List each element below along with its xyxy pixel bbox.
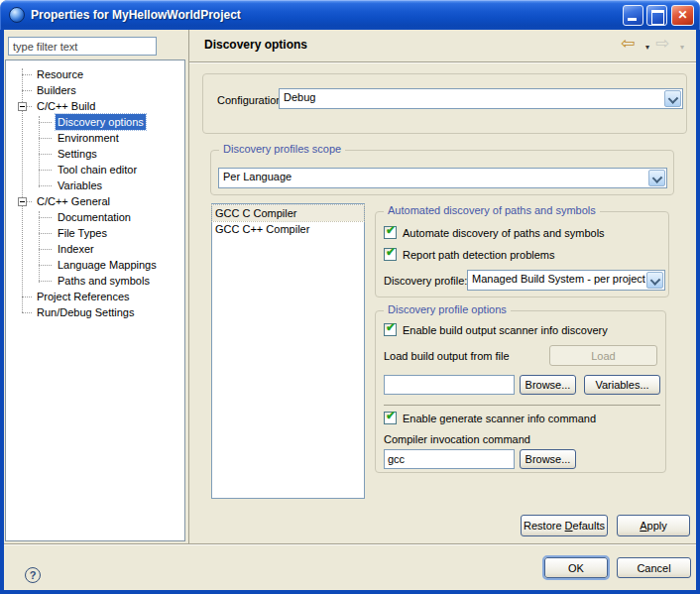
checkbox[interactable]: ✔ (384, 412, 397, 424)
window-frame-bottom (0, 590, 700, 594)
chevron-down-icon[interactable] (664, 90, 681, 107)
close-button[interactable]: ✕ (671, 5, 694, 26)
header-divider (189, 61, 696, 62)
browse-file-button[interactable]: Browse... (520, 375, 576, 395)
panel-divider (188, 30, 189, 543)
checkmark-icon: ✔ (386, 223, 396, 237)
load-button[interactable]: Load (549, 345, 657, 366)
close-icon: ✕ (677, 8, 687, 22)
tree-item-settings[interactable]: Settings (6, 146, 184, 162)
automated-discovery-group-title: Automated discovery of paths and symbols (384, 204, 600, 216)
minimize-button[interactable] (623, 5, 643, 26)
window-frame-left (0, 30, 4, 594)
collapse-icon[interactable] (18, 102, 27, 111)
forward-icon: ⇨ (655, 35, 669, 52)
checkbox[interactable]: ✔ (384, 248, 397, 261)
enable-build-output-checkbox[interactable]: ✔ Enable build output scanner info disco… (384, 323, 608, 336)
window-frame-right (696, 30, 700, 594)
tree-item-documentation[interactable]: Documentation (6, 209, 184, 225)
enable-generate-checkbox[interactable]: ✔ Enable generate scanner info command (384, 412, 596, 424)
discovery-profile-select[interactable]: Managed Build System - per project (467, 270, 665, 291)
properties-tree[interactable]: Resource Builders C/C++ Build Discovery … (5, 59, 185, 541)
tree-item-builders[interactable]: Builders (6, 82, 184, 98)
tree-item-indexer[interactable]: Indexer (6, 241, 184, 257)
checkmark-icon: ✔ (386, 320, 396, 334)
configuration-group: Configuration: Debug (202, 73, 687, 134)
footer-divider (4, 543, 696, 544)
invocation-command-input[interactable] (384, 449, 515, 469)
tree-item-project-references[interactable]: Project References (6, 289, 184, 304)
tree-item-paths-and-symbols[interactable]: Paths and symbols (6, 273, 184, 289)
apply-button[interactable]: Apply (617, 515, 690, 536)
profile-options-group: Discovery profile options ✔ Enable build… (375, 310, 666, 473)
scope-select[interactable]: Per Language (218, 168, 667, 188)
build-output-file-input[interactable] (384, 375, 515, 395)
ok-button[interactable]: OK (544, 557, 608, 578)
page-title: Discovery options (204, 38, 307, 52)
chevron-down-icon[interactable] (646, 272, 663, 289)
tree-item-cpp-general[interactable]: C/C++ General (6, 193, 184, 209)
tree-item-run-debug-settings[interactable]: Run/Debug Settings (6, 304, 184, 320)
options-divider (384, 405, 660, 406)
app-icon (9, 7, 25, 23)
tree-item-discovery-options[interactable]: Discovery options (6, 114, 184, 130)
restore-defaults-button[interactable]: Restore Defaults (521, 515, 608, 536)
scope-group-title: Discovery profiles scope (219, 143, 345, 155)
title-bar[interactable]: Properties for MyHellowWorldProject ✕ (0, 0, 700, 30)
tree-item-resource[interactable]: Resource (6, 66, 184, 82)
tree-item-cpp-build[interactable]: C/C++ Build (6, 98, 184, 114)
automated-discovery-group: Automated discovery of paths and symbols… (375, 211, 669, 297)
configuration-select[interactable]: Debug (279, 88, 683, 109)
maximize-button[interactable] (646, 5, 667, 26)
properties-dialog: Properties for MyHellowWorldProject ✕ Re… (0, 0, 700, 594)
cancel-button[interactable]: Cancel (617, 557, 691, 578)
list-item-gcc-cpp-compiler[interactable]: GCC C++ Compiler (212, 221, 364, 237)
discovery-profile-label: Discovery profile: (384, 275, 467, 287)
back-dropdown-icon[interactable]: ▾ (645, 44, 649, 52)
scope-group: Discovery profiles scope Per Language (210, 150, 674, 195)
tree-item-tool-chain-editor[interactable]: Tool chain editor (6, 162, 184, 178)
checkmark-icon: ✔ (386, 245, 396, 259)
browse-command-button[interactable]: Browse... (520, 449, 576, 469)
load-output-label: Load build output from file (384, 350, 510, 362)
profile-options-group-title: Discovery profile options (384, 303, 511, 315)
invocation-command-label: Compiler invocation command (384, 433, 530, 445)
automate-discovery-checkbox[interactable]: ✔ Automate discovery of paths and symbol… (384, 226, 605, 239)
help-icon[interactable]: ? (25, 567, 41, 583)
checkbox[interactable]: ✔ (384, 226, 397, 239)
checkmark-icon: ✔ (386, 409, 396, 422)
back-icon[interactable]: ⇦ (621, 35, 635, 52)
configuration-label: Configuration: (217, 94, 286, 106)
window-title: Properties for MyHellowWorldProject (31, 0, 241, 30)
profiles-list[interactable]: GCC C Compiler GCC C++ Compiler (211, 203, 365, 499)
checkbox[interactable]: ✔ (384, 323, 397, 336)
tree-item-language-mappings[interactable]: Language Mappings (6, 257, 184, 273)
list-item-gcc-c-compiler[interactable]: GCC C Compiler (212, 205, 364, 221)
chevron-down-icon[interactable] (648, 170, 665, 186)
tree-item-environment[interactable]: Environment (6, 130, 184, 146)
tree-item-file-types[interactable]: File Types (6, 225, 184, 241)
filter-input[interactable] (8, 37, 157, 56)
collapse-icon[interactable] (18, 197, 27, 206)
report-problems-checkbox[interactable]: ✔ Report path detection problems (384, 248, 554, 261)
forward-dropdown-icon: ▾ (680, 44, 684, 52)
tree-item-variables[interactable]: Variables (6, 178, 184, 193)
variables-button[interactable]: Variables... (584, 375, 660, 395)
